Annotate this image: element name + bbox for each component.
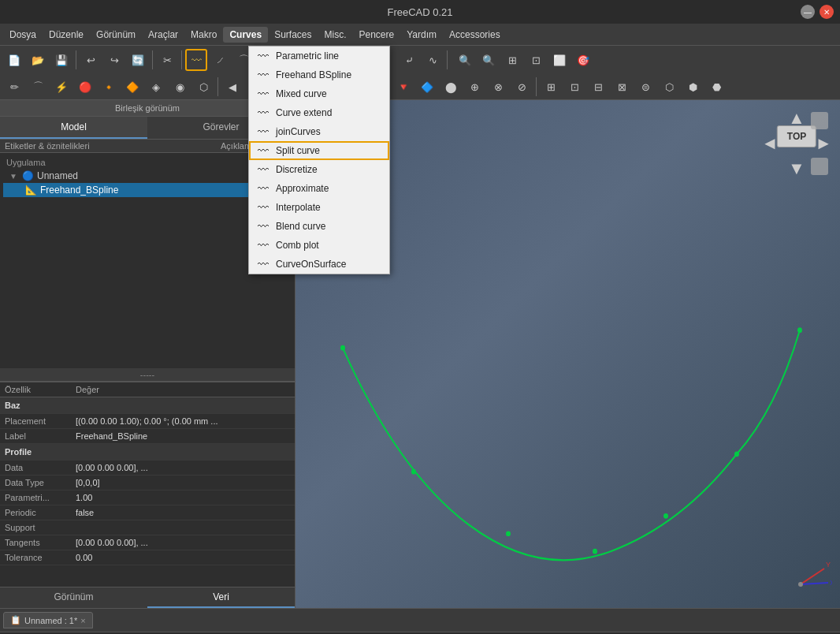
tb2-t3[interactable]: ⚡ <box>50 76 72 98</box>
tb2-extra3[interactable]: ⊟ <box>587 76 609 98</box>
dropdown-interpolate[interactable]: 〰 Interpolate <box>249 198 389 217</box>
tb2-extra5[interactable]: ⊜ <box>634 76 656 98</box>
dropdown-comb-plot[interactable]: 〰 Comb plot <box>249 236 389 255</box>
tab-label: Unnamed : 1* <box>24 616 77 625</box>
menu-araclar[interactable]: Araçlar <box>142 27 184 43</box>
tree-root-icon: 🔵 <box>22 170 34 181</box>
prop-support-key: Support <box>0 520 71 535</box>
tb-v1[interactable]: 🔍 <box>454 49 476 71</box>
window-controls: — ✕ <box>801 5 834 19</box>
tb2-extra1[interactable]: ⊞ <box>540 76 562 98</box>
menu-pencere[interactable]: Pencere <box>352 27 400 43</box>
tb-v3[interactable]: ⊞ <box>501 49 523 71</box>
comb-plot-icon: 〰 <box>257 239 269 252</box>
cube-arrow-right[interactable]: ► <box>815 133 832 154</box>
cube-arrow-left[interactable]: ◄ <box>761 133 779 154</box>
tb2-t5[interactable]: 🔸 <box>98 76 120 98</box>
tb-v5[interactable]: ⬜ <box>548 49 571 71</box>
tab-model[interactable]: Model <box>0 117 147 139</box>
props-table: Özellik Değer Baz Placement [(0.00 0.00 … <box>0 382 295 565</box>
prop-tangents: Tangents [0.00 0.00 0.00], ... <box>0 535 295 550</box>
tb2-t6[interactable]: 🔶 <box>121 76 143 98</box>
tb2-extra2[interactable]: ⊡ <box>563 76 585 98</box>
tb-curves-active[interactable]: 〰 <box>185 49 207 71</box>
interpolate-label: Interpolate <box>276 202 321 213</box>
tab-unnamed[interactable]: 📋 Unnamed : 1* × <box>3 612 93 628</box>
menu-yardim[interactable]: Yardım <box>400 27 443 43</box>
tb2-t7[interactable]: ◈ <box>145 76 167 98</box>
prop-tangents-val: [0.00 0.00 0.00], ... <box>71 535 295 550</box>
tb2-t4[interactable]: 🔴 <box>74 76 96 98</box>
tb2-extra7[interactable]: ⬢ <box>682 76 704 98</box>
tb2-shapes10[interactable]: ⊘ <box>511 76 533 98</box>
cube-corner-br[interactable] <box>811 158 828 175</box>
dropdown-curve-extend[interactable]: 〰 Curve extend <box>249 103 389 122</box>
tb2-t10[interactable]: ◀ <box>221 76 243 98</box>
props-col-feature: Özellik <box>0 382 71 397</box>
menu-misc[interactable]: Misc. <box>318 27 352 43</box>
tb2-shapes5[interactable]: 🔻 <box>392 76 414 98</box>
dropdown-mixed-curve[interactable]: 〰 Mixed curve <box>249 84 389 103</box>
tb-t1[interactable]: ⟋ <box>209 49 231 71</box>
tb-open[interactable]: 📂 <box>27 49 49 71</box>
tb-v6[interactable]: 🎯 <box>572 49 594 71</box>
tb2-t8[interactable]: ◉ <box>169 76 191 98</box>
tb2-shapes8[interactable]: ⊕ <box>463 76 485 98</box>
tb2-shapes7[interactable]: ⬤ <box>440 76 462 98</box>
tb-t8[interactable]: ⤶ <box>398 49 420 71</box>
tb-cut[interactable]: ✂ <box>156 49 178 71</box>
tb2-shapes9[interactable]: ⊗ <box>487 76 509 98</box>
bottom-tab-gorunum[interactable]: Görünüm <box>0 587 147 608</box>
dropdown-join-curves[interactable]: 〰 joinCurves <box>249 122 389 141</box>
tb-v2[interactable]: 🔍 <box>478 49 500 71</box>
minimize-button[interactable]: — <box>801 5 815 19</box>
tb-sep-1 <box>76 50 76 69</box>
curve-on-surface-icon: 〰 <box>257 258 269 270</box>
tb-refresh[interactable]: 🔄 <box>127 49 149 71</box>
tb-t9[interactable]: ∿ <box>422 49 444 71</box>
menu-accessories[interactable]: Accessories <box>443 27 507 43</box>
tree-root-label: Unnamed <box>37 170 78 181</box>
tb2-extra4[interactable]: ⊠ <box>611 76 633 98</box>
dropdown-freehand-bspline[interactable]: 〰 Freehand BSpline <box>249 65 389 84</box>
dropdown-approximate[interactable]: 〰 Approximate <box>249 179 389 198</box>
dropdown-split-curve[interactable]: 〰 Split curve <box>249 141 389 160</box>
tb-new[interactable]: 📄 <box>3 49 25 71</box>
parametric-line-icon: 〰 <box>257 50 269 62</box>
dropdown-discretize[interactable]: 〰 Discretize <box>249 160 389 179</box>
tb-save[interactable]: 💾 <box>50 49 72 71</box>
tb-v4[interactable]: ⊡ <box>525 49 547 71</box>
tb2-shapes6[interactable]: 🔷 <box>416 76 438 98</box>
close-button[interactable]: ✕ <box>820 5 834 19</box>
dropdown-parametric-line[interactable]: 〰 Parametric line <box>249 47 389 65</box>
tb-undo[interactable]: ↩ <box>80 49 102 71</box>
tb2-t2[interactable]: ⌒ <box>27 76 49 98</box>
join-curves-icon: 〰 <box>257 125 269 138</box>
cube-arrow-bottom[interactable]: ▼ <box>788 158 805 179</box>
dropdown-curve-on-surface[interactable]: 〰 CurveOnSurface <box>249 255 389 274</box>
tb-sep-3 <box>181 50 182 69</box>
tb2-t1[interactable]: ✏ <box>3 76 25 98</box>
bottom-tab-veri[interactable]: Veri <box>147 587 295 608</box>
dropdown-blend-curve[interactable]: 〰 Blend curve <box>249 217 389 236</box>
cube-top-label[interactable]: TOP <box>777 125 816 147</box>
tb2-extra8[interactable]: ⬣ <box>705 76 727 98</box>
tb-redo[interactable]: ↪ <box>103 49 125 71</box>
app-title: FreeCAD 0.21 <box>387 6 452 18</box>
menu-gorunum[interactable]: Görünüm <box>90 27 142 43</box>
menu-curves[interactable]: Curves <box>223 27 268 43</box>
tb2-extra6[interactable]: ⬡ <box>658 76 680 98</box>
menu-dosya[interactable]: Dosya <box>3 27 43 43</box>
prop-periodic: Periodic false <box>0 505 295 520</box>
prop-parametri-val: 1.00 <box>71 490 295 505</box>
tb2-t9[interactable]: ⬡ <box>192 76 214 98</box>
menu-surfaces[interactable]: Surfaces <box>268 27 318 43</box>
cube-container: ▲ ▼ ◄ ► TOP <box>761 108 832 179</box>
tab-close-btn[interactable]: × <box>80 616 85 625</box>
menu-duzenle[interactable]: Düzenle <box>43 27 90 43</box>
props-area: Özellik Değer Baz Placement [(0.00 0.00 … <box>0 382 295 587</box>
split-curve-icon: 〰 <box>257 144 269 157</box>
menu-makro[interactable]: Makro <box>184 27 223 43</box>
mixed-curve-label: Mixed curve <box>276 88 327 99</box>
cube-corner-tr[interactable] <box>811 112 828 129</box>
